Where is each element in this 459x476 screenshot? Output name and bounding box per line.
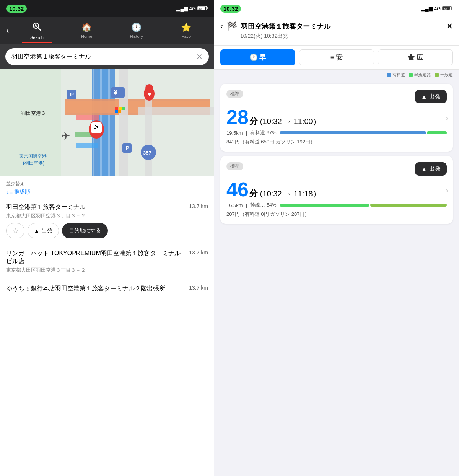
general-dot	[435, 73, 439, 77]
status-icons-right: ▂▄▆ 4G 68	[421, 5, 453, 12]
list-item: リンガーハット TOKYOPREMIUM羽田空港第１旅客ターミナルビル店 13.…	[0, 244, 214, 279]
favorites-icon: ⭐	[181, 23, 191, 33]
chevron-right-icon-1: ›	[446, 113, 448, 122]
route-title: 羽田空港第１旅客ターミナル	[241, 22, 442, 31]
route-dist-1: 19.5km	[226, 130, 243, 136]
network-label-right: 4G	[434, 6, 441, 11]
svg-text:(羽田空港): (羽田空港)	[23, 160, 44, 166]
arterial-dot	[409, 73, 413, 77]
svg-rect-23	[115, 107, 118, 110]
depart-btn-label-1: 出発	[429, 93, 441, 100]
result-row-3: ゆうちょ銀行本店羽田空港第１旅客ターミナル２階出張所 13.7 km	[6, 285, 208, 293]
result-dist-2: 13.7 km	[189, 249, 208, 256]
list-item: ゆうちょ銀行本店羽田空港第１旅客ターミナル２階出張所 13.7 km	[0, 279, 214, 298]
depart-label: 出発	[42, 227, 52, 234]
route-datetime: 10/22(火) 10:32出発	[240, 33, 453, 40]
search-text: 羽田空港第１旅客ターミナル	[11, 53, 196, 61]
mode-highway-label: 広	[416, 53, 423, 62]
result-name-3: ゆうちょ銀行本店羽田空港第１旅客ターミナル２階出張所	[6, 285, 186, 293]
mode-tab-cheap[interactable]: ≡ 安	[299, 49, 374, 65]
route-road-type-1: 有料道 97%	[250, 129, 277, 136]
arterial-label: 幹線道路	[414, 72, 431, 78]
route-bar-seg-gen-2	[370, 204, 447, 207]
sort-order-button[interactable]: ↓≡ 推奨順	[6, 189, 208, 196]
route-card-1[interactable]: 標準 ▲ 出発 28 分 (10:32 → 11:00） 19.5km | 有料…	[220, 84, 453, 152]
svg-text:P: P	[125, 145, 129, 151]
svg-rect-27	[118, 110, 121, 113]
mode-tab-fast[interactable]: 🕐 早	[220, 49, 295, 65]
mode-fast-label: 早	[259, 53, 266, 62]
battery-icon-left: 68	[197, 5, 208, 12]
svg-rect-25	[122, 107, 125, 110]
left-panel: 10:32 ▂▄▆ 4G 68 ‹ A	[0, 0, 214, 476]
route-bar-seg-art-2	[280, 204, 369, 207]
route-card-1-top: 標準 ▲ 出発	[226, 90, 447, 103]
legend-general: 一般道	[435, 72, 453, 78]
route-back-button[interactable]: ‹	[220, 21, 223, 31]
network-label-left: 4G	[189, 6, 196, 11]
route-time-range-2: (10:32 → 11:18）	[260, 189, 321, 199]
svg-rect-48	[452, 7, 452, 9]
history-icon: 🕐	[131, 23, 142, 33]
route-time-range-1: (10:32 → 11:00）	[260, 116, 321, 127]
toll-label: 有料道	[392, 72, 405, 78]
route-time-num-2: 46	[226, 179, 249, 199]
route-depart-button-2[interactable]: ▲ 出発	[415, 162, 447, 176]
status-bar-right: 10:32 ▂▄▆ 4G 68	[214, 0, 459, 17]
route-card-2-top: 標準 ▲ 出発	[226, 162, 447, 176]
route-time-unit-1: 分	[249, 116, 258, 127]
map-background: P P ¥ ✈ ▼ 🛍 羽田空港３ 東京国際空港 (羽	[0, 69, 214, 176]
nav-tabs: ‹ A Search 🏠 Home 🕐 History ⭐ Favo	[0, 17, 214, 44]
route-time-unit-2: 分	[249, 188, 258, 199]
result-dist-3: 13.7 km	[189, 285, 208, 291]
route-header-top: ‹ 🏁 羽田空港第１旅客ターミナル ✕	[220, 21, 453, 31]
chevron-right-icon-2: ›	[446, 186, 448, 194]
search-clear-button[interactable]: ✕	[196, 52, 203, 61]
result-row-2: リンガーハット TOKYOPREMIUM羽田空港第１旅客ターミナルビル店 13.…	[6, 249, 208, 266]
route-sep-2: |	[246, 202, 247, 208]
nav-icon-2: ▲	[421, 166, 427, 172]
tab-favorites[interactable]: ⭐ Favo	[161, 20, 211, 42]
svg-rect-2	[207, 7, 208, 9]
tab-history-label: History	[130, 34, 143, 39]
signal-icon-right: ▂▄▆	[421, 6, 432, 11]
route-flag-icon: 🏁	[227, 21, 237, 31]
svg-rect-26	[115, 110, 118, 113]
tab-search-label: Search	[30, 35, 44, 40]
favorite-button-1[interactable]: ☆	[6, 223, 24, 238]
depart-button-1[interactable]: ▲ 出発	[28, 223, 59, 238]
route-badge-2: 標準	[226, 162, 243, 170]
tab-favorites-label: Favo	[182, 34, 191, 39]
svg-text:¥: ¥	[114, 89, 117, 96]
route-close-button[interactable]: ✕	[446, 21, 453, 31]
toll-dot	[387, 73, 391, 77]
result-addr-1: 東京都大田区羽田空港３丁目３－２	[6, 212, 208, 219]
svg-text:東京国際空港: 東京国際空港	[19, 153, 47, 159]
legend-toll: 有料道	[387, 72, 405, 78]
search-input-wrap[interactable]: 羽田空港第１旅客ターミナル ✕	[5, 48, 209, 65]
tab-home[interactable]: 🏠 Home	[62, 20, 112, 42]
right-panel: 10:32 ▂▄▆ 4G 68 ‹ 🏁 羽田空港第１旅客ターミナル ✕ 10/2…	[214, 0, 459, 476]
sort-label: 並び替え	[6, 181, 208, 187]
nav-back-button[interactable]: ‹	[3, 23, 12, 39]
route-cost-2: 207円（有料道 0円 ガソリン 207円）	[226, 211, 447, 218]
route-bar-seg-general-1	[427, 131, 447, 134]
result-addr-2: 東京都大田区羽田空港３丁目３－２	[6, 267, 208, 274]
tab-search[interactable]: A Search	[12, 18, 62, 43]
route-card-2[interactable]: 標準 ▲ 出発 46 分 (10:32 → 11:18） 16.5km | 幹線…	[220, 156, 453, 224]
dest-label: 目的地にする	[69, 227, 101, 234]
tab-history[interactable]: 🕐 History	[112, 20, 161, 42]
clock-icon: 🕐	[249, 53, 258, 62]
home-icon: 🏠	[81, 23, 92, 33]
mode-tab-highway[interactable]: 🛣 広	[378, 49, 453, 65]
map-area[interactable]: P P ¥ ✈ ▼ 🛍 羽田空港３ 東京国際空港 (羽	[0, 69, 214, 176]
route-time-num-1: 28	[226, 107, 249, 127]
route-badge-1: 標準	[226, 90, 243, 98]
route-legend: 有料道 幹線道路 一般道	[214, 70, 459, 80]
set-destination-button-1[interactable]: 目的地にする	[62, 223, 108, 238]
route-depart-button-1[interactable]: ▲ 出発	[415, 90, 447, 103]
svg-point-37	[145, 84, 153, 92]
legend-arterial: 幹線道路	[409, 72, 431, 78]
depart-btn-label-2: 出発	[429, 165, 441, 173]
route-road-type-2: 幹線… 54%	[250, 202, 277, 209]
